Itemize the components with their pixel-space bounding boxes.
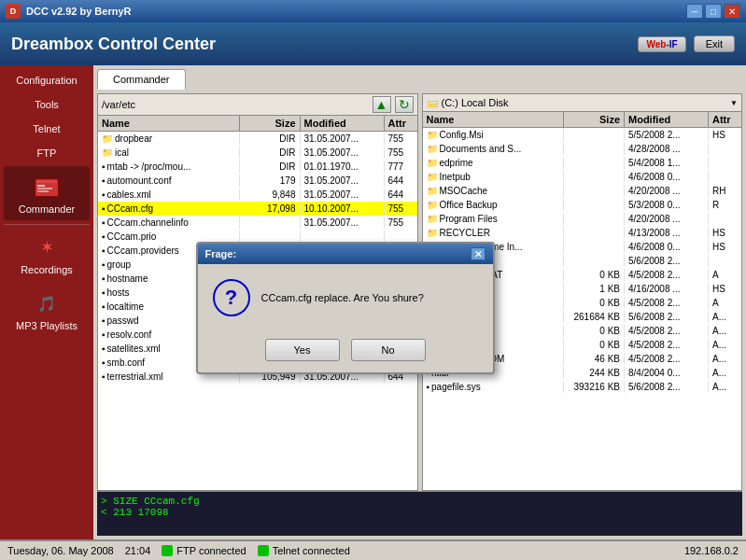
- dialog-title-bar: Frage: ✕: [198, 244, 493, 264]
- dialog-overlay: Frage: ✕ ? CCcam.cfg replace. Are You sh…: [0, 0, 746, 560]
- dialog-yes-button[interactable]: Yes: [265, 339, 340, 361]
- dialog-no-button[interactable]: No: [351, 339, 426, 361]
- dialog-question-icon: ?: [213, 279, 250, 316]
- dialog-buttons: Yes No: [198, 331, 493, 372]
- dialog-title-text: Frage:: [205, 248, 237, 259]
- dialog-close-button[interactable]: ✕: [471, 247, 486, 260]
- dialog-message-text: CCcam.cfg replace. Are You shure?: [261, 292, 478, 303]
- dialog-body: ? CCcam.cfg replace. Are You shure?: [198, 264, 493, 331]
- dialog: Frage: ✕ ? CCcam.cfg replace. Are You sh…: [196, 242, 495, 374]
